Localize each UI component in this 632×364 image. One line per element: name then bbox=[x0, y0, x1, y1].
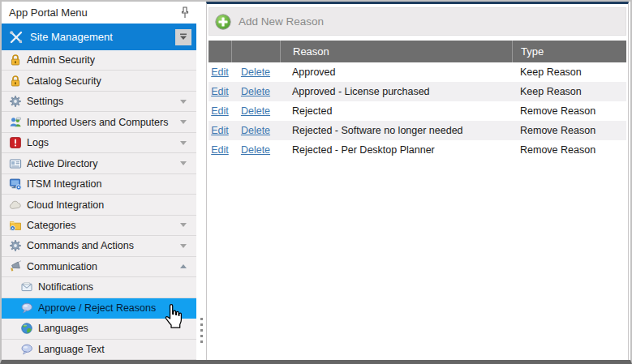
envelope-icon bbox=[19, 280, 33, 294]
chevron-down-icon[interactable] bbox=[180, 100, 187, 104]
delete-link[interactable]: Delete bbox=[241, 125, 270, 136]
sidebar-title: App Portal Menu bbox=[9, 6, 178, 19]
edit-link[interactable]: Edit bbox=[211, 86, 229, 97]
sidebar-item-label: Languages bbox=[38, 323, 193, 334]
reason-cell: Rejected bbox=[280, 101, 512, 121]
edit-cell: Edit bbox=[209, 121, 231, 140]
edit-cell: Edit bbox=[209, 101, 231, 121]
type-cell: Remove Reason bbox=[512, 101, 626, 121]
sidebar-item-label: Language Text bbox=[38, 344, 193, 355]
reason-cell: Approved - License purchased bbox=[280, 82, 512, 101]
type-cell: Remove Reason bbox=[512, 121, 626, 140]
sidebar-item-notifications[interactable]: Notifications bbox=[2, 277, 196, 298]
chevron-down-icon[interactable] bbox=[180, 141, 187, 145]
sidebar-item-active-directory[interactable]: Active Directory bbox=[2, 153, 196, 173]
table-row: EditDeleteApprovedKeep Reason bbox=[209, 62, 626, 82]
splitter-grip-icon[interactable] bbox=[200, 318, 203, 343]
sidebar-item-label: Communication bbox=[27, 261, 180, 272]
sidebar-item-label: Admin Security bbox=[27, 54, 193, 66]
sidebar-item-approve-reject-reasons[interactable]: Approve / Reject Reasons bbox=[2, 298, 196, 319]
cloud-icon bbox=[8, 198, 22, 212]
type-cell: Remove Reason bbox=[512, 140, 626, 160]
sidebar-item-itsm-integration[interactable]: ITSM Integration bbox=[2, 174, 196, 195]
chevron-down-icon[interactable] bbox=[180, 161, 187, 165]
table-row: EditDeleteRejected - Per Desktop Planner… bbox=[209, 140, 626, 160]
logs-icon bbox=[8, 136, 22, 150]
sidebar-item-label: Cloud Integration bbox=[27, 199, 193, 211]
chevron-up-icon[interactable] bbox=[180, 264, 187, 268]
chevron-down-icon[interactable] bbox=[180, 223, 187, 227]
sidebar-item-communication[interactable]: Communication bbox=[2, 257, 196, 277]
table-body: EditDeleteApprovedKeep ReasonEditDeleteA… bbox=[209, 62, 626, 160]
sidebar-item-label: ITSM Integration bbox=[27, 178, 193, 190]
sidebar-item-label: Imported Users and Computers bbox=[27, 117, 180, 128]
table-row: EditDeleteApproved - License purchasedKe… bbox=[209, 82, 626, 101]
collapse-toggle-button[interactable] bbox=[175, 29, 191, 45]
delete-link[interactable]: Delete bbox=[241, 105, 270, 117]
sidebar-item-label: Notifications bbox=[38, 281, 193, 293]
add-plus-icon[interactable] bbox=[215, 14, 231, 30]
sidebar-item-label: Site Management bbox=[30, 31, 175, 43]
reason-cell: Rejected - Software no longer needed bbox=[280, 121, 512, 140]
sidebar-item-logs[interactable]: Logs bbox=[2, 133, 196, 153]
edit-link[interactable]: Edit bbox=[211, 144, 229, 156]
folder-gear-icon bbox=[8, 218, 22, 232]
sidebar: App Portal Menu Site ManagementAdmin Sec… bbox=[2, 2, 196, 360]
chevron-down-icon[interactable] bbox=[180, 244, 187, 248]
sidebar-item-languages[interactable]: Languages bbox=[2, 319, 196, 339]
gear-icon bbox=[8, 95, 22, 109]
add-new-reason-label: Add New Reason bbox=[239, 15, 324, 28]
panel-splitter[interactable] bbox=[196, 2, 206, 360]
globe-icon bbox=[19, 322, 33, 336]
megaphone-icon bbox=[8, 259, 22, 273]
edit-cell: Edit bbox=[209, 140, 231, 160]
sidebar-titlebar: App Portal Menu bbox=[2, 2, 196, 24]
edit-cell: Edit bbox=[209, 62, 231, 82]
add-new-reason-button[interactable]: Add New Reason bbox=[209, 7, 626, 36]
delete-column-header bbox=[231, 41, 280, 62]
delete-cell: Delete bbox=[231, 82, 280, 101]
delete-link[interactable]: Delete bbox=[241, 66, 270, 78]
sidebar-item-site-management[interactable]: Site Management bbox=[2, 24, 196, 50]
main-panel: Add New Reason Reason Type EditDeleteApp… bbox=[206, 2, 629, 360]
edit-link[interactable]: Edit bbox=[211, 66, 229, 78]
sidebar-item-label: Catalog Security bbox=[27, 75, 193, 87]
sidebar-item-catalog-security[interactable]: Catalog Security bbox=[2, 71, 196, 91]
sidebar-item-settings[interactable]: Settings bbox=[2, 92, 196, 112]
reason-column-header: Reason bbox=[280, 41, 512, 62]
sidebar-item-admin-security[interactable]: Admin Security bbox=[2, 50, 196, 71]
reason-cell: Approved bbox=[280, 62, 512, 82]
app-portal-window: App Portal Menu Site ManagementAdmin Sec… bbox=[0, 0, 632, 364]
sidebar-item-label: Commands and Actions bbox=[27, 240, 180, 251]
sidebar-item-language-text[interactable]: Language Text bbox=[2, 340, 196, 360]
sidebar-item-label: Logs bbox=[27, 137, 180, 148]
sidebar-item-label: Categories bbox=[27, 220, 180, 231]
type-column-header: Type bbox=[512, 41, 626, 62]
pin-icon[interactable] bbox=[178, 6, 191, 19]
lock-icon bbox=[8, 54, 22, 67]
edit-link[interactable]: Edit bbox=[211, 105, 229, 117]
edit-column-header bbox=[209, 41, 231, 62]
delete-cell: Delete bbox=[231, 121, 280, 140]
sidebar-item-label: Approve / Reject Reasons bbox=[38, 302, 193, 314]
delete-cell: Delete bbox=[231, 101, 280, 121]
chevron-down-icon[interactable] bbox=[180, 120, 187, 124]
sidebar-item-label: Active Directory bbox=[27, 158, 180, 169]
speech-bubble-icon bbox=[19, 301, 33, 315]
users-icon bbox=[8, 115, 22, 129]
sidebar-item-cloud-integration[interactable]: Cloud Integration bbox=[2, 195, 196, 215]
sidebar-item-imported-users-and-computers[interactable]: Imported Users and Computers bbox=[2, 112, 196, 132]
sidebar-item-categories[interactable]: Categories bbox=[2, 216, 196, 236]
gear-icon bbox=[8, 239, 22, 253]
type-cell: Keep Reason bbox=[512, 82, 626, 101]
edit-link[interactable]: Edit bbox=[211, 125, 229, 136]
reason-cell: Rejected - Per Desktop Planner bbox=[280, 140, 512, 160]
lock-icon bbox=[8, 74, 22, 88]
sidebar-menu: Site ManagementAdmin SecurityCatalog Sec… bbox=[2, 24, 196, 360]
edit-cell: Edit bbox=[209, 82, 231, 101]
table-row: EditDeleteRejectedRemove Reason bbox=[209, 101, 626, 121]
type-cell: Keep Reason bbox=[512, 62, 626, 82]
delete-link[interactable]: Delete bbox=[241, 86, 270, 97]
sidebar-item-commands-and-actions[interactable]: Commands and Actions bbox=[2, 236, 196, 256]
delete-link[interactable]: Delete bbox=[241, 144, 270, 156]
